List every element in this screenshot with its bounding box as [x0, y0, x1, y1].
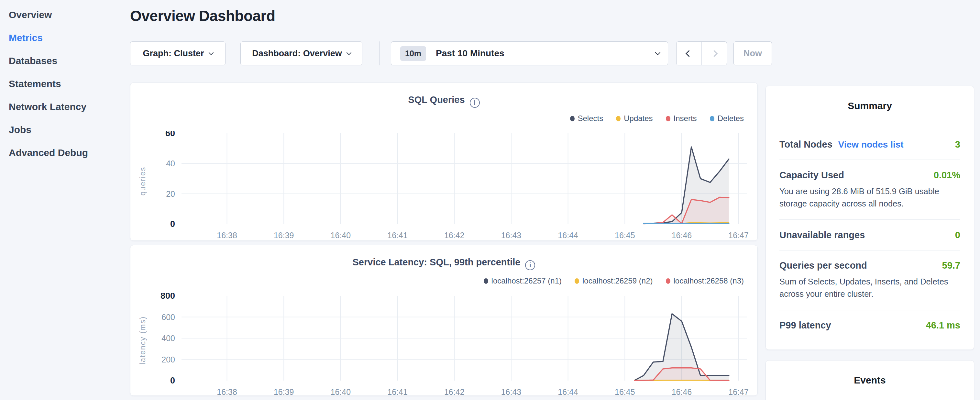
x-tick-label: 16:39 — [274, 231, 294, 240]
info-icon[interactable] — [525, 260, 535, 270]
summary-row-value: 0 — [955, 230, 960, 241]
summary-row-label: Unavailable ranges — [780, 230, 865, 241]
x-tick-label: 16:40 — [331, 387, 351, 397]
legend-dot-icon — [570, 116, 574, 121]
chart-title: Service Latency: SQL, 99th percentile — [353, 257, 520, 267]
time-forward-button[interactable] — [702, 42, 727, 65]
time-back-button[interactable] — [676, 42, 702, 65]
legend-item: Updates — [616, 114, 652, 123]
legend-label: localhost:26259 (n2) — [582, 276, 652, 285]
x-tick-label: 16:47 — [728, 231, 749, 240]
sidebar-item-network-latency[interactable]: Network Latency — [0, 95, 126, 118]
x-tick-label: 16:43 — [501, 231, 522, 240]
y-tick-label: 400 — [161, 334, 175, 343]
summary-panel: Summary Total Nodes View nodes list 3 Ca… — [765, 86, 974, 350]
sidebar-item-databases[interactable]: Databases — [0, 49, 126, 72]
now-button[interactable]: Now — [733, 41, 772, 65]
graph-scope-dropdown[interactable]: Graph: Cluster — [130, 41, 226, 65]
chevron-left-icon — [686, 50, 692, 57]
db-console-app: OverviewMetricsDatabasesStatementsNetwor… — [0, 0, 980, 400]
x-tick-label: 16:42 — [444, 387, 465, 397]
summary-row-value: 46.1 ms — [926, 320, 960, 331]
x-tick-label: 16:45 — [615, 231, 635, 240]
x-tick-label: 16:41 — [387, 231, 408, 240]
x-tick-label: 16:39 — [274, 387, 294, 397]
x-tick-label: 16:42 — [444, 231, 465, 240]
chevron-down-icon — [347, 50, 352, 55]
y-tick-label: 0 — [170, 376, 175, 386]
legend-label: Deletes — [718, 114, 744, 123]
legend-label: Selects — [578, 114, 603, 123]
chevron-down-icon — [208, 50, 213, 55]
sidebar-item-statements[interactable]: Statements — [0, 72, 126, 95]
chart-canvas: 16:3816:3916:4016:4116:4216:4316:4416:45… — [130, 293, 757, 397]
legend-dot-icon — [710, 116, 714, 121]
legend-dot-icon — [574, 278, 579, 284]
summary-row-value: 0.01% — [934, 170, 960, 180]
legend-item: Selects — [570, 114, 603, 123]
sidebar-item-metrics[interactable]: Metrics — [0, 26, 126, 49]
chevron-down-icon — [655, 50, 660, 55]
chart-plot-area: 16:3816:3916:4016:4116:4216:4316:4416:45… — [130, 293, 757, 397]
summary-heading: Summary — [780, 100, 960, 112]
x-tick-label: 16:46 — [672, 387, 692, 397]
legend-label: localhost:26258 (n3) — [674, 276, 744, 285]
legend-label: Updates — [624, 114, 652, 123]
legend-item: localhost:26259 (n2) — [574, 276, 652, 285]
divider — [780, 310, 960, 311]
y-tick-label: 60 — [165, 131, 175, 138]
dashboard-dropdown[interactable]: Dashboard: Overview — [240, 41, 362, 65]
legend-item: localhost:26258 (n3) — [666, 276, 744, 285]
x-tick-label: 16:44 — [558, 231, 578, 240]
summary-row-label: P99 latency — [780, 320, 831, 331]
view-nodes-list-link[interactable]: View nodes list — [838, 139, 904, 150]
summary-row-unavailable-ranges: Unavailable ranges 0 — [780, 230, 960, 241]
summary-row-total-nodes: Total Nodes View nodes list 3 — [780, 139, 960, 150]
chart-plot-area: 16:3816:3916:4016:4116:4216:4316:4416:45… — [130, 131, 757, 241]
summary-row-label: Capacity Used — [780, 170, 844, 180]
summary-row-label: Queries per second — [780, 260, 867, 271]
chevron-right-icon — [711, 50, 718, 57]
legend-dot-icon — [484, 278, 488, 284]
x-tick-label: 16:43 — [501, 387, 522, 397]
summary-row-subtext: Sum of Selects, Updates, Inserts, and De… — [780, 276, 960, 300]
chart-title-row: Service Latency: SQL, 99th percentile — [130, 257, 757, 270]
sidebar-item-overview[interactable]: Overview — [0, 3, 126, 26]
time-step-buttons — [676, 41, 727, 65]
legend-label: Inserts — [674, 114, 697, 123]
y-tick-label: 40 — [166, 159, 175, 168]
events-panel: Events Schema Change Completed: Schema c… — [765, 360, 974, 400]
sidebar-item-advanced-debug[interactable]: Advanced Debug — [0, 141, 126, 164]
legend-item: Deletes — [710, 114, 744, 123]
info-icon[interactable] — [470, 98, 480, 108]
y-tick-label: 200 — [161, 355, 175, 364]
chart-canvas: 16:3816:3916:4016:4116:4216:4316:4416:45… — [130, 131, 757, 241]
x-tick-label: 16:47 — [728, 387, 749, 397]
time-range-label: Past 10 Minutes — [436, 48, 504, 59]
legend-dot-icon — [616, 116, 620, 121]
summary-row-subtext: You are using 28.6 MiB of 515.9 GiB usab… — [780, 185, 960, 210]
legend-dot-icon — [666, 278, 670, 284]
divider — [780, 250, 960, 251]
sidebar-nav: OverviewMetricsDatabasesStatementsNetwor… — [0, 3, 126, 164]
x-tick-label: 16:38 — [217, 387, 237, 397]
divider — [780, 159, 960, 160]
y-tick-label: 800 — [161, 293, 175, 301]
y-tick-label: 20 — [166, 189, 175, 198]
legend-label: localhost:26257 (n1) — [492, 276, 562, 285]
graph-scope-label: Graph: Cluster — [143, 49, 204, 59]
sql-queries-chart-card: SQL Queries SelectsUpdatesInsertsDeletes… — [130, 83, 758, 241]
summary-row-p99-latency: P99 latency 46.1 ms — [780, 320, 960, 331]
x-tick-label: 16:44 — [558, 387, 578, 397]
page-title: Overview Dashboard — [130, 7, 275, 25]
legend-dot-icon — [666, 116, 670, 121]
legend-item: Inserts — [666, 114, 697, 123]
x-tick-label: 16:46 — [672, 231, 692, 240]
summary-row-capacity: Capacity Used 0.01% — [780, 170, 960, 180]
x-tick-label: 16:45 — [615, 387, 635, 397]
summary-row-value: 3 — [955, 139, 960, 150]
x-tick-label: 16:38 — [217, 231, 237, 240]
sidebar-item-jobs[interactable]: Jobs — [0, 118, 126, 141]
time-range-selector[interactable]: 10m Past 10 Minutes — [391, 41, 668, 65]
legend-item: localhost:26257 (n1) — [484, 276, 562, 285]
